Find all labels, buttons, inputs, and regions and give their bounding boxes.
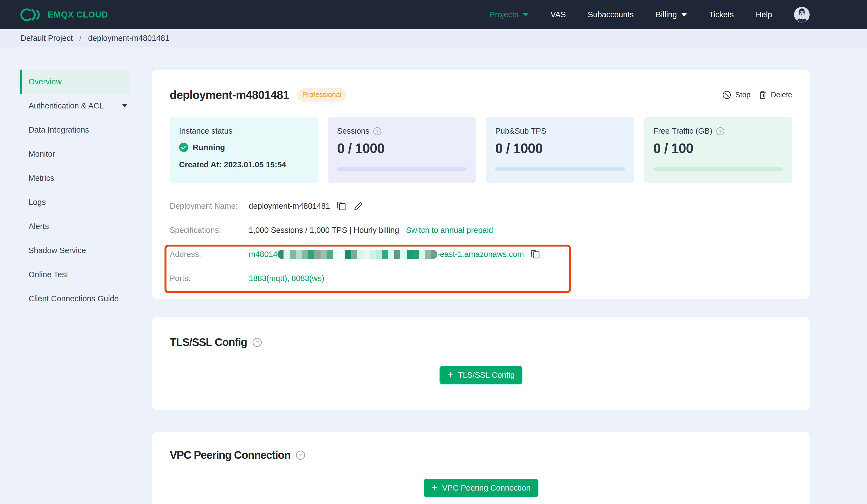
svg-text:?: ? <box>256 339 259 345</box>
brand-name: EMQX CLOUD <box>48 10 108 20</box>
sidebar-item-metrics[interactable]: Metrics <box>20 166 130 190</box>
specifications-row: Specifications: 1,000 Sessions / 1,000 T… <box>170 225 792 235</box>
nav-item-tickets[interactable]: Tickets <box>709 10 734 19</box>
sidebar: Overview Authentication & ACL Data Integ… <box>20 69 130 311</box>
help-icon[interactable]: ? <box>716 127 725 135</box>
nav-item-projects[interactable]: Projects <box>490 10 529 19</box>
sidebar-item-authentication-acl[interactable]: Authentication & ACL <box>20 94 130 118</box>
sidebar-item-label: Data Integrations <box>29 125 89 134</box>
sidebar-item-label: Authentication & ACL <box>29 101 104 110</box>
svg-text:?: ? <box>719 129 721 134</box>
nav-item-subaccounts[interactable]: Subaccounts <box>588 10 634 19</box>
stop-icon <box>722 91 731 99</box>
plus-icon: + <box>447 369 453 380</box>
sidebar-item-label: Alerts <box>29 222 49 231</box>
sidebar-item-label: Logs <box>29 198 46 207</box>
nav-item-label: Projects <box>490 10 518 19</box>
stop-label: Stop <box>735 91 750 99</box>
nav-item-help[interactable]: Help <box>756 10 772 19</box>
help-icon[interactable]: ? <box>373 127 382 135</box>
sessions-progress-bar <box>337 167 467 171</box>
vpc-section-title: VPC Peering Connection <box>170 449 290 461</box>
breadcrumb-deployment: deployment-m4801481 <box>88 34 170 43</box>
edit-button[interactable] <box>353 201 364 211</box>
add-vpc-peering-button[interactable]: + VPC Peering Connection <box>424 479 538 497</box>
emqx-logo-icon <box>20 7 42 23</box>
sidebar-item-monitor[interactable]: Monitor <box>20 142 130 166</box>
address-prefix: m48014 <box>249 250 278 259</box>
chevron-down-icon <box>122 104 128 107</box>
trash-icon <box>759 91 767 99</box>
help-icon[interactable]: ? <box>296 451 305 460</box>
svg-text:?: ? <box>376 129 378 134</box>
copy-icon <box>337 201 346 211</box>
sidebar-item-shadow-service[interactable]: Shadow Service <box>20 238 130 262</box>
ports-label: Ports: <box>170 274 249 283</box>
sidebar-item-client-connections-guide[interactable]: Client Connections Guide <box>20 286 130 311</box>
chevron-down-icon <box>523 13 529 17</box>
created-at: Created At: 2023.01.05 15:54 <box>179 160 309 169</box>
traffic-value: 0 / 100 <box>653 141 783 156</box>
sidebar-item-overview[interactable]: Overview <box>20 69 130 94</box>
ports-value: 1883(mqtt), 8083(ws) <box>249 274 324 283</box>
tls-ssl-config-card: TLS/SSL Config ? + TLS/SSL Config <box>152 317 810 410</box>
stat-card-sessions: Sessions ? 0 / 1000 <box>328 117 476 183</box>
copy-icon <box>531 249 540 260</box>
stop-button[interactable]: Stop <box>722 91 750 99</box>
plus-icon: + <box>431 482 438 493</box>
sidebar-item-data-integrations[interactable]: Data Integrations <box>20 118 130 142</box>
nav-item-label: Help <box>756 10 772 19</box>
stat-title: Free Traffic (GB) <box>653 127 713 135</box>
breadcrumb: Default Project / deployment-m4801481 <box>0 29 867 47</box>
address-suffix: -east-1.amazonaws.com <box>437 250 524 259</box>
deployment-name-value: deployment-m4801481 <box>249 201 330 211</box>
deployment-overview-card: deployment-m4801481 Professional Stop <box>152 69 810 299</box>
breadcrumb-project[interactable]: Default Project <box>21 34 73 43</box>
chevron-down-icon <box>681 13 687 17</box>
address-value: m48014-east-1.amazonaws.com <box>249 250 524 259</box>
tls-section-title: TLS/SSL Config <box>170 336 247 348</box>
sidebar-item-label: Metrics <box>29 174 54 183</box>
top-navbar: EMQX CLOUD Projects VAS Subaccounts Bill… <box>0 0 867 29</box>
sidebar-item-logs[interactable]: Logs <box>20 190 130 214</box>
sidebar-item-online-test[interactable]: Online Test <box>20 262 130 286</box>
address-row: Address: m48014-east-1.amazonaws.com <box>170 249 792 260</box>
user-avatar[interactable] <box>794 7 810 22</box>
stat-title: Pub&Sub TPS <box>495 127 546 135</box>
sidebar-item-label: Client Connections Guide <box>29 294 119 303</box>
stat-card-free-traffic: Free Traffic (GB) ? 0 / 100 <box>644 117 792 183</box>
deployment-name-row: Deployment Name: deployment-m4801481 <box>170 201 792 211</box>
ports-row: Ports: 1883(mqtt), 8083(ws) <box>170 273 792 284</box>
pencil-icon <box>353 201 364 211</box>
switch-annual-link[interactable]: Switch to annual prepaid <box>406 226 493 235</box>
copy-address-button[interactable] <box>531 249 540 260</box>
tps-progress-bar <box>495 167 625 171</box>
help-icon[interactable]: ? <box>253 338 262 347</box>
sidebar-item-alerts[interactable]: Alerts <box>20 214 130 238</box>
nav-item-billing[interactable]: Billing <box>656 10 687 19</box>
sidebar-item-label: Shadow Service <box>29 246 86 255</box>
stat-title: Sessions <box>337 127 370 135</box>
stat-title: Instance status <box>179 127 233 135</box>
add-tls-ssl-config-button[interactable]: + TLS/SSL Config <box>440 366 522 384</box>
check-circle-icon <box>179 143 189 152</box>
sidebar-item-label: Online Test <box>29 270 68 279</box>
copy-button[interactable] <box>337 201 346 211</box>
tps-value: 0 / 1000 <box>495 141 625 156</box>
button-label: VPC Peering Connection <box>442 483 530 493</box>
deployment-name-label: Deployment Name: <box>170 201 249 211</box>
deployment-title: deployment-m4801481 <box>170 88 289 102</box>
address-censored-mosaic <box>278 250 437 259</box>
emqx-cloud-logo[interactable]: EMQX CLOUD <box>20 7 108 23</box>
nav-item-label: Subaccounts <box>588 10 634 19</box>
button-label: TLS/SSL Config <box>458 371 515 380</box>
stat-card-pubsub-tps: Pub&Sub TPS 0 / 1000 <box>486 117 634 183</box>
sidebar-item-label: Overview <box>29 77 62 86</box>
nav-item-vas[interactable]: VAS <box>550 10 566 19</box>
specifications-label: Specifications: <box>170 226 249 235</box>
instance-status-value: Running <box>193 143 225 152</box>
delete-button[interactable]: Delete <box>759 91 792 99</box>
address-label: Address: <box>170 250 249 259</box>
nav-item-label: VAS <box>550 10 566 19</box>
stat-card-instance-status: Instance status Running Created At: 2023… <box>170 117 318 183</box>
